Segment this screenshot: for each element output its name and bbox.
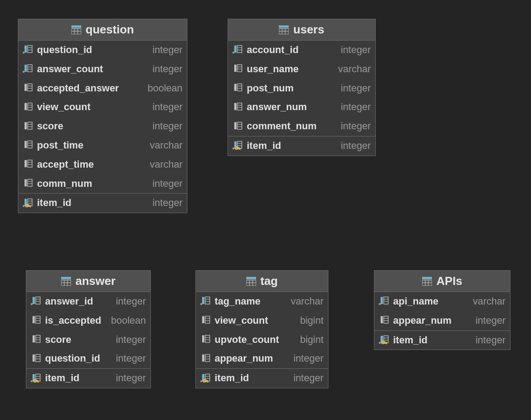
foreign-key-icon bbox=[378, 335, 389, 345]
column-item_id[interactable]: item_idinteger bbox=[18, 193, 187, 213]
svg-rect-11 bbox=[28, 65, 32, 72]
column-api_name[interactable]: api_namevarchar bbox=[374, 292, 510, 311]
column-name: appear_num bbox=[211, 352, 294, 366]
column-name: item_id bbox=[390, 334, 476, 347]
column-score[interactable]: scoreinteger bbox=[26, 330, 150, 350]
svg-rect-71 bbox=[237, 122, 242, 129]
svg-point-57 bbox=[232, 52, 235, 54]
table-APIs[interactable]: APIsapi_namevarcharappear_numintegeritem… bbox=[374, 270, 510, 350]
svg-rect-46 bbox=[30, 205, 31, 207]
column-score[interactable]: scoreinteger bbox=[18, 117, 187, 136]
table-header[interactable]: answer bbox=[26, 271, 150, 292]
svg-rect-81 bbox=[240, 148, 241, 150]
svg-rect-36 bbox=[28, 179, 32, 186]
column-answer_num[interactable]: answer_numinteger bbox=[228, 98, 375, 117]
svg-rect-23 bbox=[25, 122, 27, 129]
column-item_id[interactable]: item_idinteger bbox=[228, 136, 375, 156]
table-header[interactable]: users bbox=[228, 19, 375, 41]
column-type: integer bbox=[116, 371, 146, 385]
column-accepted_answer[interactable]: accepted_answerboolean bbox=[18, 79, 187, 98]
svg-rect-53 bbox=[234, 45, 236, 53]
svg-rect-27 bbox=[25, 141, 27, 148]
column-post_num[interactable]: post_numinteger bbox=[228, 79, 375, 98]
pk-column-icon bbox=[200, 296, 211, 306]
column-view_count[interactable]: view_countbigint bbox=[196, 311, 328, 330]
table-answer[interactable]: answeranswer_idintegeris_acceptedboolean… bbox=[26, 270, 151, 388]
pk-column-icon bbox=[232, 45, 243, 55]
column-name: user_name bbox=[243, 62, 338, 76]
foreign-key-icon bbox=[232, 141, 243, 151]
column-item_id[interactable]: item_idinteger bbox=[26, 368, 150, 388]
table-question[interactable]: questionquestion_idintegeranswer_countin… bbox=[18, 19, 187, 213]
column-item_id[interactable]: item_idinteger bbox=[196, 368, 328, 388]
svg-rect-156 bbox=[384, 316, 388, 323]
column-accept_time[interactable]: accept_timevarchar bbox=[18, 155, 187, 174]
svg-rect-120 bbox=[205, 297, 210, 304]
column-name: view_count bbox=[33, 100, 153, 114]
table-title: APIs bbox=[436, 274, 462, 288]
column-question_id[interactable]: question_idinteger bbox=[18, 41, 187, 60]
column-type: integer bbox=[116, 295, 146, 309]
column-type: integer bbox=[153, 196, 183, 210]
svg-rect-155 bbox=[381, 316, 383, 323]
table-header[interactable]: tag bbox=[196, 271, 328, 292]
column-answer_count[interactable]: answer_countinteger bbox=[18, 60, 187, 79]
svg-rect-83 bbox=[61, 277, 71, 279]
column-view_count[interactable]: view_countinteger bbox=[18, 98, 187, 117]
column-name: item_id bbox=[243, 139, 341, 153]
svg-rect-47 bbox=[29, 205, 30, 207]
svg-point-140 bbox=[200, 380, 203, 382]
column-answer_id[interactable]: answer_idinteger bbox=[26, 292, 150, 311]
svg-rect-112 bbox=[38, 380, 39, 383]
column-question_id[interactable]: question_idinteger bbox=[26, 349, 150, 368]
column-user_name[interactable]: user_namevarchar bbox=[228, 60, 375, 79]
table-header[interactable]: APIs bbox=[374, 271, 510, 292]
column-icon bbox=[30, 316, 41, 325]
svg-rect-143 bbox=[207, 380, 208, 383]
svg-rect-62 bbox=[234, 84, 236, 91]
column-appear_num[interactable]: appear_numinteger bbox=[196, 349, 328, 368]
column-icon bbox=[22, 122, 33, 132]
column-name: upvote_count bbox=[211, 333, 300, 347]
column-name: answer_id bbox=[41, 295, 116, 309]
svg-rect-129 bbox=[205, 335, 210, 342]
svg-rect-48 bbox=[279, 25, 289, 28]
column-type: bigint bbox=[300, 314, 324, 328]
svg-point-109 bbox=[31, 380, 33, 382]
column-account_id[interactable]: account_idinteger bbox=[228, 41, 375, 60]
column-name: account_id bbox=[243, 43, 341, 57]
svg-rect-32 bbox=[28, 160, 32, 167]
svg-rect-16 bbox=[28, 84, 32, 91]
column-comm_num[interactable]: comm_numinteger bbox=[18, 174, 187, 194]
svg-rect-88 bbox=[33, 297, 35, 304]
column-appear_num[interactable]: appear_numinteger bbox=[374, 311, 510, 330]
column-name: view_count bbox=[211, 314, 300, 328]
table-title: tag bbox=[261, 274, 278, 288]
column-upvote_count[interactable]: upvote_countbigint bbox=[196, 330, 328, 350]
column-post_time[interactable]: post_timevarchar bbox=[18, 136, 187, 155]
svg-rect-31 bbox=[25, 160, 27, 167]
column-is_accepted[interactable]: is_acceptedboolean bbox=[26, 311, 150, 330]
svg-rect-82 bbox=[239, 148, 240, 149]
svg-point-78 bbox=[232, 148, 235, 150]
table-tag[interactable]: tagtag_namevarcharview_countbigintupvote… bbox=[195, 270, 328, 388]
svg-rect-20 bbox=[28, 103, 32, 110]
column-name: answer_count bbox=[33, 62, 153, 76]
column-type: integer bbox=[476, 334, 506, 347]
svg-rect-19 bbox=[25, 103, 27, 110]
svg-point-14 bbox=[23, 71, 25, 73]
column-item_id[interactable]: item_idinteger bbox=[374, 330, 510, 350]
column-icon bbox=[22, 83, 33, 93]
svg-rect-113 bbox=[37, 380, 38, 382]
table-header[interactable]: question bbox=[18, 19, 187, 41]
svg-rect-28 bbox=[28, 141, 32, 148]
table-icon bbox=[71, 25, 81, 34]
column-icon bbox=[22, 140, 33, 150]
column-type: boolean bbox=[111, 314, 146, 328]
column-type: integer bbox=[153, 62, 183, 76]
column-comment_num[interactable]: comment_numinteger bbox=[228, 117, 375, 136]
column-tag_name[interactable]: tag_namevarchar bbox=[196, 292, 328, 311]
column-name: item_id bbox=[41, 371, 116, 385]
column-name: is_accepted bbox=[41, 314, 111, 328]
table-users[interactable]: usersaccount_idintegeruser_namevarcharpo… bbox=[228, 19, 376, 156]
